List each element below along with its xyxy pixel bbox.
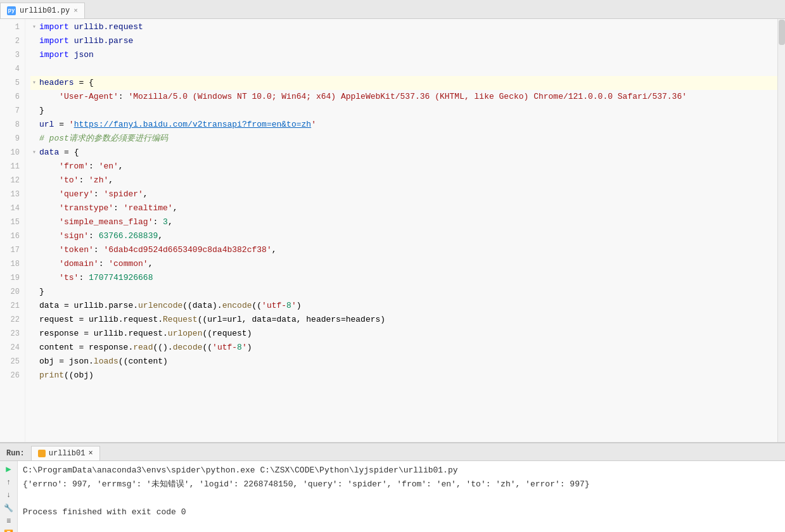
run-sidebar: ▶ ↑ ↓ 🔧 ≡ ⏬ (0, 461, 18, 532)
run-output-line4: Process finished with exit code 0 (23, 507, 186, 517)
code-line: } (30, 104, 777, 118)
line-number: 1 (5, 20, 20, 34)
tab-filename: urllib01.py (20, 6, 70, 15)
run-output-line2: {'errno': 997, 'errmsg': '未知错误', 'logid'… (23, 479, 590, 489)
code-content: response = urllib.request.urlopen((reque… (39, 327, 252, 341)
code-line: 'simple_means_flag': 3, (30, 215, 777, 229)
run-down-button[interactable]: ↓ (3, 491, 15, 500)
run-output-line1: C:\ProgramData\anaconda3\envs\spider\pyt… (23, 466, 458, 475)
code-line: print((obj) (30, 369, 777, 383)
line-number: 26 (5, 369, 20, 383)
tab-bar: py urllib01.py × (0, 0, 785, 19)
line-number: 25 (5, 355, 20, 369)
scrollbar[interactable] (777, 19, 785, 442)
code-content: 'token': '6dab4cd9524d6653409c8da4b382cf… (39, 243, 277, 257)
code-content: url = 'https://fanyi.baidu.com/v2transap… (39, 118, 316, 132)
tab-close-button[interactable]: × (73, 7, 78, 15)
fold-marker[interactable]: ▾ (30, 79, 38, 87)
line-number: 13 (5, 187, 20, 201)
line-numbers: 1234567891011121314151617181920212223242… (0, 19, 25, 442)
code-content: headers = { (39, 76, 94, 90)
run-tab-icon (38, 450, 46, 457)
editor-area: 1234567891011121314151617181920212223242… (0, 19, 785, 442)
run-play-button[interactable]: ▶ (3, 464, 15, 474)
line-number: 5 (5, 76, 20, 90)
run-tab[interactable]: urllib01 × (31, 446, 100, 460)
code-line: import urllib.parse (30, 34, 777, 48)
run-list-button[interactable]: ≡ (3, 517, 15, 526)
line-number: 20 (5, 285, 20, 299)
code-content: print((obj) (39, 369, 94, 383)
code-line: # post请求的参数必须要进行编码 (30, 132, 777, 146)
run-panel: Run: urllib01 × ▶ ↑ ↓ 🔧 ≡ ⏬ C:\ProgramDa… (0, 442, 785, 532)
run-tab-name: urllib01 (49, 449, 86, 458)
line-number: 3 (5, 48, 20, 62)
line-number: 10 (5, 146, 20, 160)
line-number: 19 (5, 271, 20, 285)
code-content: } (39, 285, 44, 299)
run-wrench-button[interactable]: 🔧 (3, 504, 15, 513)
line-number: 18 (5, 257, 20, 271)
line-number: 22 (5, 313, 20, 327)
code-content: 'ts': 1707741926668 (39, 271, 153, 285)
line-number: 17 (5, 243, 20, 257)
run-body: ▶ ↑ ↓ 🔧 ≡ ⏬ C:\ProgramData\anaconda3\env… (0, 461, 785, 532)
line-number: 24 (5, 341, 20, 355)
code-line: content = response.read(().decode(('utf-… (30, 341, 777, 355)
code-content: } (39, 104, 44, 118)
code-content: # post请求的参数必须要进行编码 (39, 132, 168, 146)
code-line: response = urllib.request.urlopen((reque… (30, 327, 777, 341)
fold-marker[interactable]: ▾ (30, 149, 38, 156)
run-up-button[interactable]: ↑ (3, 478, 15, 487)
code-content: import urllib.parse (39, 34, 133, 48)
line-number: 21 (5, 299, 20, 313)
code-line: 'token': '6dab4cd9524d6653409c8da4b382cf… (30, 243, 777, 257)
code-content: content = response.read(().decode(('utf-… (39, 341, 252, 355)
code-line: ▾import urllib.request (30, 20, 777, 34)
line-number: 4 (5, 62, 20, 76)
code-line: data = urllib.parse.urlencode((data).enc… (30, 299, 777, 313)
run-tab-close[interactable]: × (88, 449, 93, 458)
code-line: import json (30, 48, 777, 62)
run-output: C:\ProgramData\anaconda3\envs\spider\pyt… (18, 461, 785, 532)
code-content: 'simple_means_flag': 3, (39, 215, 173, 229)
code-content: 'from': 'en', (39, 160, 124, 174)
code-line: } (30, 285, 777, 299)
code-line: 'sign': 63766.268839, (30, 229, 777, 243)
code-line: url = 'https://fanyi.baidu.com/v2transap… (30, 118, 777, 132)
editor-tab[interactable]: py urllib01.py × (0, 3, 85, 18)
line-number: 11 (5, 160, 20, 174)
code-line: 'User-Agent': 'Mozilla/5.0 (Windows NT 1… (30, 90, 777, 104)
line-number: 9 (5, 132, 20, 146)
code-line: 'domain': 'common', (30, 257, 777, 271)
code-content: 'query': 'spider', (39, 187, 148, 201)
code-line: 'from': 'en', (30, 160, 777, 174)
code-content: 'sign': 63766.268839, (39, 229, 163, 243)
file-icon: py (7, 6, 16, 15)
code-content: 'domain': 'common', (39, 257, 153, 271)
code-line: 'transtype': 'realtime', (30, 201, 777, 215)
code-line: request = urllib.request.Request((url=ur… (30, 313, 777, 327)
line-number: 7 (5, 104, 20, 118)
run-label: Run: (0, 446, 31, 460)
line-number: 16 (5, 229, 20, 243)
line-number: 2 (5, 34, 20, 48)
line-number: 14 (5, 201, 20, 215)
code-line: ▾headers = { (30, 76, 777, 90)
code-content: 'User-Agent': 'Mozilla/5.0 (Windows NT 1… (39, 90, 687, 104)
code-content: data = urllib.parse.urlencode((data).enc… (39, 299, 302, 313)
line-number: 6 (5, 90, 20, 104)
code-line: obj = json.loads((content) (30, 355, 777, 369)
code-area[interactable]: ▾import urllib.requestimport urllib.pars… (25, 19, 777, 442)
line-number: 15 (5, 215, 20, 229)
code-line: ▾data = { (30, 146, 777, 160)
code-content: import json (39, 48, 94, 62)
code-line: 'query': 'spider', (30, 187, 777, 201)
code-line: 'ts': 1707741926668 (30, 271, 777, 285)
scrollbar-thumb[interactable] (779, 20, 785, 45)
code-line (30, 62, 777, 76)
fold-marker[interactable]: ▾ (30, 23, 38, 31)
run-stop-button[interactable]: ⏬ (3, 529, 15, 532)
code-content: 'to': 'zh', (39, 174, 113, 187)
code-content: obj = json.loads((content) (39, 355, 168, 369)
